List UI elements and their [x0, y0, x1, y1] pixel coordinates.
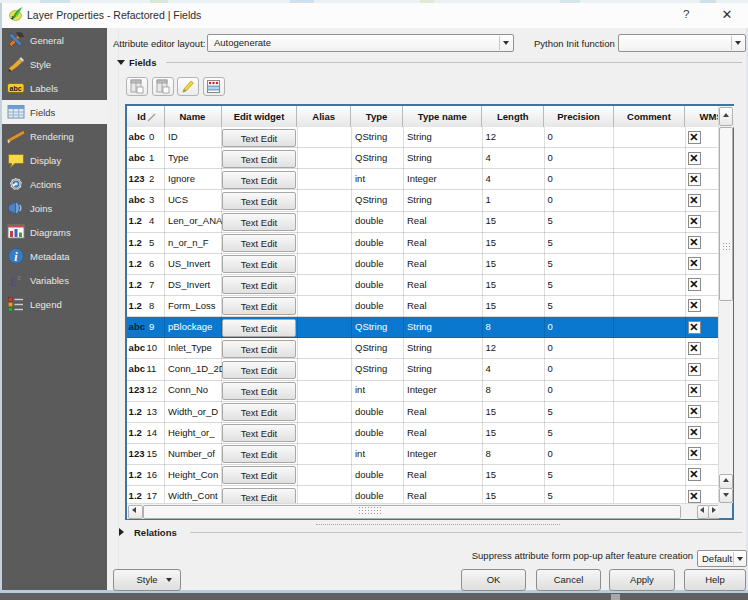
- svg-text:ε: ε: [10, 272, 17, 289]
- svg-text:abc: abc: [9, 85, 21, 92]
- svg-text:ε: ε: [17, 272, 21, 282]
